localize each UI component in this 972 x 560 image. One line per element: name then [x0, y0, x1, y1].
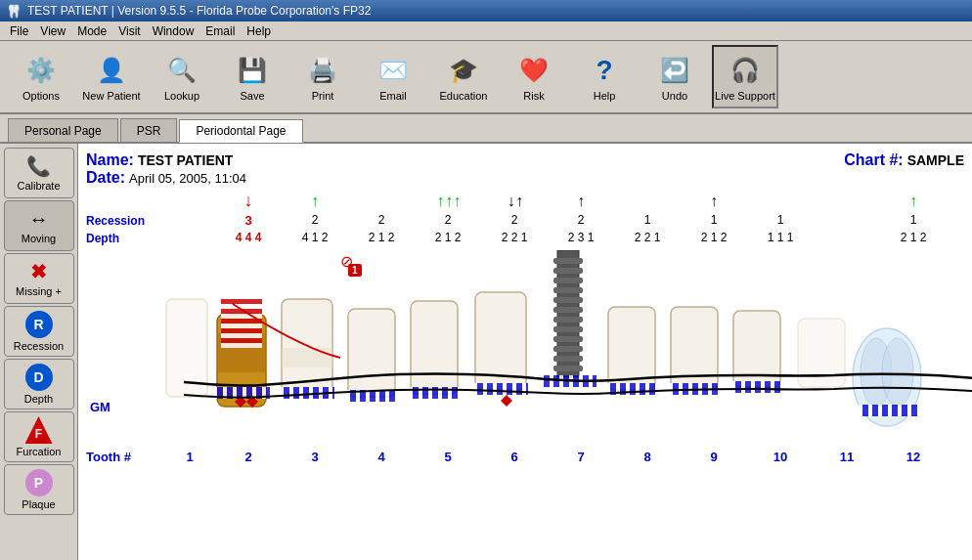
tooth5-arrows: ↑ ↑ ↑	[415, 193, 481, 210]
chart-num-row: Chart #: SAMPLE	[844, 151, 964, 169]
depth-row: Depth 4 4 4 4 1 2 2 1 2 2 1 2 2 2 1 2 3 …	[86, 229, 964, 246]
live-support-button[interactable]: 🎧 Live Support	[712, 45, 778, 108]
menu-help[interactable]: Help	[241, 22, 277, 40]
email-icon: ✉️	[376, 53, 411, 88]
moving-icon: ↔	[29, 208, 49, 231]
risk-icon: ❤️	[516, 53, 552, 88]
recession-row: Recession 3 2 2 2 2 2 1 1 1 1	[86, 211, 964, 229]
menu-mode[interactable]: Mode	[71, 22, 112, 40]
tabs-container: Personal Page PSR Periodontal Page	[0, 114, 972, 144]
tooth8-recession: 1	[614, 213, 681, 227]
tooth-num-label-cell: Tooth #	[86, 448, 164, 465]
lookup-icon: 🔍	[164, 53, 199, 88]
svg-rect-26	[553, 336, 583, 342]
name-row: Name: TEST PATIENT	[86, 151, 246, 169]
tab-personal[interactable]: Personal Page	[8, 118, 118, 142]
title-bar: 🦷 TEST PATIENT | Version 9.5.5 - Florida…	[0, 0, 972, 22]
menu-window[interactable]: Window	[147, 22, 200, 40]
svg-point-40	[882, 338, 913, 407]
tooth-num-1: 1	[164, 450, 215, 464]
tooth-num-8: 8	[614, 450, 681, 464]
email-button[interactable]: ✉️ Email	[360, 45, 426, 108]
tooth-chart-svg	[164, 250, 972, 446]
tooth6-recession: 2	[481, 213, 548, 227]
tooth2-badge: 1	[348, 264, 362, 277]
recession-button[interactable]: R Recession	[4, 306, 74, 357]
menu-bar: File View Mode Visit Window Email Help	[0, 22, 972, 41]
new-patient-button[interactable]: 👤 New Patient	[78, 45, 145, 108]
svg-rect-41	[859, 405, 917, 416]
risk-button[interactable]: ❤️ Risk	[501, 45, 567, 108]
print-icon: 🖨️	[305, 53, 340, 88]
calibrate-label: Calibrate	[17, 180, 60, 192]
menu-visit[interactable]: Visit	[112, 22, 146, 40]
svg-rect-27	[553, 346, 583, 352]
svg-rect-20	[553, 278, 583, 283]
arrow-up-green-12: ↑	[909, 193, 917, 209]
tooth-num-2: 2	[215, 450, 282, 464]
plaque-icon: P	[25, 469, 53, 496]
tooth6-arrows: ↓ ↑	[481, 193, 548, 210]
menu-file[interactable]: File	[4, 22, 34, 40]
print-button[interactable]: 🖨️ Print	[289, 45, 356, 108]
tooth7-depth: 2 3 1	[548, 231, 614, 244]
chart-area: Name: TEST PATIENT Date: April 05, 2005,…	[78, 144, 972, 560]
save-button[interactable]: 💾 Save	[219, 45, 286, 108]
tooth-num-10: 10	[747, 450, 814, 464]
tooth9-arrows: ↑	[681, 193, 747, 210]
undo-label: Undo	[662, 90, 687, 102]
tooth4-depth: 2 1 2	[348, 231, 415, 244]
tooth-num-9: 9	[681, 450, 747, 464]
new-patient-label: New Patient	[82, 90, 140, 102]
depth-label: Depth	[86, 232, 119, 245]
depth-icon: D	[25, 364, 53, 391]
tooth5-depth: 2 1 2	[415, 231, 481, 244]
undo-icon: ↩️	[657, 53, 692, 88]
tab-periodontal[interactable]: Periodontal Page	[179, 119, 302, 143]
svg-rect-36	[731, 381, 782, 393]
tooth4-recession: 2	[348, 213, 415, 227]
tooth8-depth: 2 2 1	[614, 231, 681, 244]
tooth12-recession: 1	[880, 213, 947, 227]
tooth-num-6: 6	[481, 450, 548, 464]
education-icon: 🎓	[446, 53, 481, 88]
name-label: Name:	[86, 151, 134, 169]
new-patient-icon: 👤	[94, 53, 129, 88]
svg-rect-15	[473, 383, 528, 395]
lookup-button[interactable]: 🔍 Lookup	[149, 45, 215, 108]
help-button[interactable]: ? Help	[571, 45, 638, 108]
tooth6-depth: 2 2 1	[481, 231, 548, 244]
svg-rect-3	[221, 294, 262, 348]
menu-email[interactable]: Email	[199, 22, 241, 40]
tab-psr[interactable]: PSR	[120, 118, 178, 142]
lookup-label: Lookup	[164, 90, 199, 102]
save-icon: 💾	[235, 53, 270, 88]
help-label: Help	[594, 90, 616, 102]
missing-label: Missing +	[16, 285, 62, 297]
arrow-up-black-6: ↑	[515, 193, 521, 209]
title-bar-icon: 🦷	[6, 4, 22, 19]
education-button[interactable]: 🎓 Education	[430, 45, 497, 108]
toolbar: ⚙️ Options 👤 New Patient 🔍 Lookup 💾 Save…	[0, 41, 972, 114]
calibrate-button[interactable]: 📞 Calibrate	[4, 148, 74, 198]
menu-view[interactable]: View	[34, 22, 71, 40]
tooth3-arrows: ↑	[282, 193, 348, 210]
options-label: Options	[22, 90, 60, 102]
plaque-button[interactable]: P Plaque	[4, 464, 74, 515]
tooth12-depth: 2 1 2	[880, 231, 947, 244]
depth-button[interactable]: D Depth	[4, 359, 74, 409]
undo-button[interactable]: ↩️ Undo	[641, 45, 708, 108]
chart-num-label: Chart #:	[844, 151, 903, 169]
moving-button[interactable]: ↔ Moving	[4, 200, 74, 251]
live-support-label: Live Support	[715, 90, 775, 102]
furcation-button[interactable]: F Furcation	[4, 411, 74, 462]
tooth10-recession: 1	[747, 213, 814, 227]
sidebar: 📞 Calibrate ↔ Moving ✖ Missing + R Reces…	[0, 144, 78, 560]
options-button[interactable]: ⚙️ Options	[8, 45, 74, 108]
tooth12-arrows: ↑	[880, 193, 947, 210]
chart-num-value: SAMPLE	[907, 152, 964, 168]
missing-button[interactable]: ✖ Missing +	[4, 253, 74, 304]
patient-header: Name: TEST PATIENT Date: April 05, 2005,…	[86, 151, 964, 187]
svg-rect-18	[553, 258, 583, 264]
options-icon: ⚙️	[23, 53, 59, 88]
